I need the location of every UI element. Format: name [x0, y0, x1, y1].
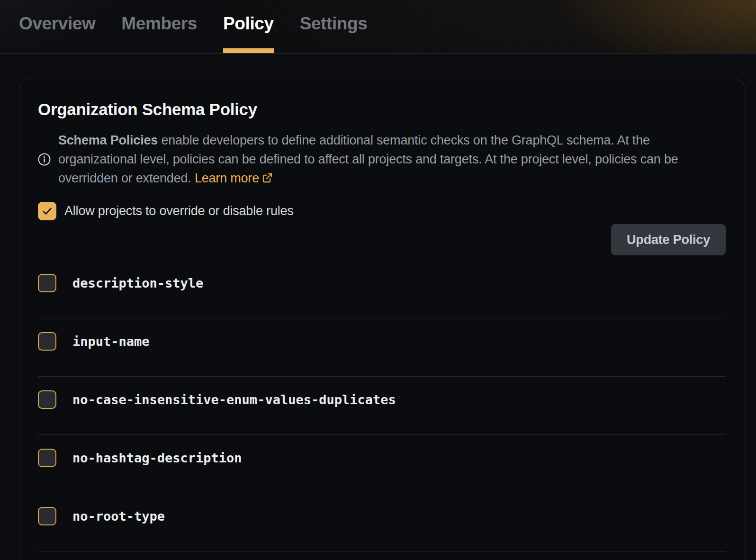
rule-name: no-root-type — [72, 509, 165, 524]
organization-schema-policy-panel: Organization Schema Policy Schema Polici… — [19, 79, 745, 560]
update-policy-button[interactable]: Update Policy — [611, 224, 726, 255]
rule-checkbox[interactable] — [38, 507, 56, 525]
learn-more-link[interactable]: Learn more — [195, 171, 273, 185]
tab-settings[interactable]: Settings — [300, 0, 368, 53]
rule-row: description-style — [38, 260, 726, 318]
active-tab-indicator — [223, 48, 274, 53]
rule-row: no-case-insensitive-enum-values-duplicat… — [38, 377, 726, 435]
page-title: Organization Schema Policy — [38, 100, 726, 119]
rule-name: no-case-insensitive-enum-values-duplicat… — [72, 392, 396, 407]
external-link-icon — [262, 172, 273, 183]
rule-row: no-hashtag-description — [38, 435, 726, 493]
rule-name: no-hashtag-description — [72, 451, 242, 465]
override-checkbox[interactable] — [38, 202, 56, 220]
rule-row: input-name — [38, 318, 726, 377]
tab-members[interactable]: Members — [121, 0, 197, 53]
panel-actions: Update Policy — [38, 224, 726, 255]
description-lead: Schema Policies — [58, 133, 158, 147]
tab-policy[interactable]: Policy — [223, 0, 274, 53]
rule-checkbox[interactable] — [38, 332, 56, 351]
rule-row: no-root-type — [38, 493, 726, 551]
rule-name: description-style — [72, 276, 203, 290]
description-text: Schema Policies enable developers to def… — [58, 131, 726, 188]
rule-checkbox[interactable] — [38, 390, 56, 409]
tab-overview[interactable]: Overview — [19, 0, 95, 53]
tab-bar: Overview Members Policy Settings — [0, 0, 756, 54]
main-content: Organization Schema Policy Schema Polici… — [0, 54, 756, 560]
rule-name: input-name — [72, 334, 150, 349]
tabs-nav: Overview Members Policy Settings — [0, 0, 756, 53]
rule-checkbox[interactable] — [38, 449, 56, 467]
checkmark-icon — [41, 205, 54, 217]
override-checkbox-label: Allow projects to override or disable ru… — [64, 204, 294, 218]
rules-list: description-style input-name no-case-ins… — [38, 260, 726, 551]
override-checkbox-row[interactable]: Allow projects to override or disable ru… — [38, 202, 294, 220]
info-icon — [38, 153, 51, 166]
rule-checkbox[interactable] — [38, 274, 56, 292]
schema-policy-description: Schema Policies enable developers to def… — [38, 131, 726, 188]
